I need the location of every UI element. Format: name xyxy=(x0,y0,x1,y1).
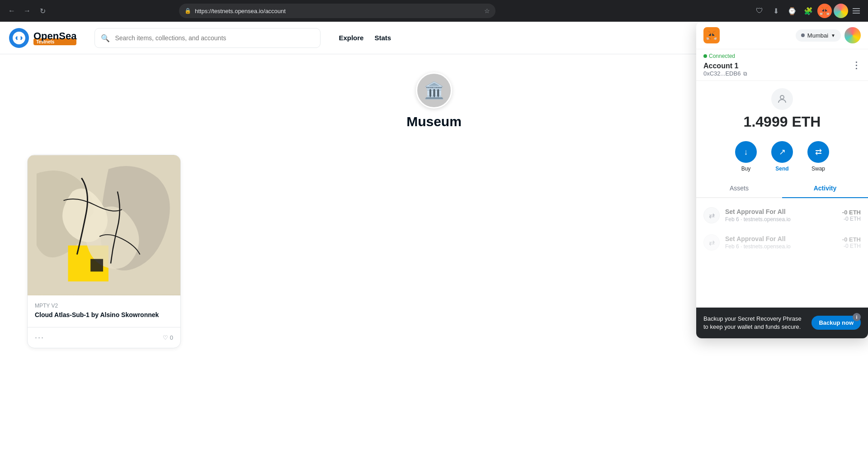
activity-amount-2: -0 ETH -0 ETH xyxy=(842,236,861,249)
activity-title-2: Set Approval For All xyxy=(725,235,837,242)
buy-action: ↓ Buy xyxy=(735,141,757,172)
browser-profile-icon[interactable] xyxy=(834,4,848,18)
metamask-popup: Mumbai ▼ Connected Account 1 0xC32...EDB… xyxy=(696,22,868,338)
chrome-menu-button[interactable] xyxy=(850,5,863,17)
account-icon-circle xyxy=(771,88,793,110)
balance-section: 1.4999 ETH xyxy=(696,81,868,137)
activity-eth-sub-2: -0 ETH xyxy=(842,243,861,249)
network-label: Mumbai xyxy=(807,32,828,39)
nav-stats[interactable]: Stats xyxy=(374,34,391,42)
popup-header: Mumbai ▼ xyxy=(696,22,868,49)
bookmark-icon[interactable]: ☆ xyxy=(484,7,490,14)
svg-rect-19 xyxy=(90,259,103,272)
nft-card-info: MPTY V2 Cloud Atlas-Sub-1 by Alsino Skow… xyxy=(28,295,180,327)
account-name: Account 1 xyxy=(703,62,738,70)
swap-button[interactable]: ⇄ xyxy=(807,141,829,163)
tab-activity[interactable]: Activity xyxy=(782,179,868,198)
opensea-nav: Explore Stats xyxy=(339,34,391,42)
browser-actions: 🛡 ⬇ ⌚ 🧩 xyxy=(752,4,863,18)
activity-details-2: Set Approval For All Feb 6 · testnets.op… xyxy=(725,235,837,250)
network-selector-button[interactable]: Mumbai ▼ xyxy=(796,29,841,42)
send-action: ↗ Send xyxy=(771,141,793,172)
nav-explore[interactable]: Explore xyxy=(339,34,363,42)
forward-button[interactable]: → xyxy=(21,5,33,17)
svg-marker-22 xyxy=(714,38,717,40)
account-info-row: Connected Account 1 0xC32...EDB6 ⧉ ⋮ xyxy=(696,49,868,81)
svg-marker-29 xyxy=(712,36,714,37)
activity-item-2[interactable]: ⇄ Set Approval For All Feb 6 · testnets.… xyxy=(696,229,868,256)
museum-name: Museum xyxy=(406,114,462,129)
popup-tabs: Assets Activity xyxy=(696,179,868,198)
activity-subtitle-2: Feb 6 · testnets.opensea.io xyxy=(725,243,837,250)
activity-icon-2: ⇄ xyxy=(703,234,720,251)
address-bar[interactable]: 🔒 https://testnets.opensea.io/account ☆ xyxy=(179,4,495,18)
history-icon[interactable]: ⌚ xyxy=(785,4,799,18)
account-details: Connected Account 1 0xC32...EDB6 ⧉ xyxy=(703,53,852,77)
connected-status: Connected xyxy=(703,53,735,59)
svg-marker-24 xyxy=(708,33,711,36)
activity-icon-1: ⇄ xyxy=(703,207,720,223)
svg-marker-1 xyxy=(820,6,824,9)
account-address: 0xC32...EDB6 ⧉ xyxy=(703,70,747,77)
back-button[interactable]: ← xyxy=(5,5,18,17)
buy-button[interactable]: ↓ xyxy=(735,141,757,163)
swap-label: Swap xyxy=(811,166,825,172)
url-text: https://testnets.opensea.io/account xyxy=(195,8,286,14)
connected-dot xyxy=(703,54,707,58)
activity-subtitle-1: Feb 6 · testnets.opensea.io xyxy=(725,216,837,223)
search-input[interactable] xyxy=(94,28,321,48)
shield-icon[interactable]: 🛡 xyxy=(752,4,767,18)
connected-label: Connected xyxy=(709,53,735,59)
chevron-down-icon: ▼ xyxy=(831,33,835,38)
metamask-fox-icon xyxy=(703,27,720,43)
opensea-logo[interactable]: OpenSea Testnets xyxy=(9,28,76,48)
opensea-page: OpenSea Testnets 🔍 Explore Stats 🏛️ Muse… xyxy=(0,22,868,455)
nft-image xyxy=(28,155,180,295)
metamask-extension-button[interactable] xyxy=(817,4,832,18)
network-status-dot xyxy=(801,33,805,37)
backup-notification: i Backup your Secret Recovery Phrase to … xyxy=(696,308,868,338)
browser-nav: ← → ↻ xyxy=(5,5,49,17)
nft-card[interactable]: MPTY V2 Cloud Atlas-Sub-1 by Alsino Skow… xyxy=(27,155,181,348)
like-count: 0 xyxy=(170,334,173,341)
opensea-logo-icon xyxy=(9,28,29,48)
balance-amount: 1.4999 ETH xyxy=(744,114,821,130)
download-icon[interactable]: ⬇ xyxy=(769,4,783,18)
svg-marker-20 xyxy=(712,30,716,33)
svg-marker-21 xyxy=(707,30,711,33)
activity-eth-1: -0 ETH xyxy=(842,209,861,216)
nft-collection: MPTY V2 xyxy=(35,303,173,309)
search-icon: 🔍 xyxy=(101,33,110,42)
activity-item-1[interactable]: ⇄ Set Approval For All Feb 6 · testnets.… xyxy=(696,202,868,229)
account-address-text: 0xC32...EDB6 xyxy=(703,70,741,77)
buy-label: Buy xyxy=(741,166,751,172)
copy-address-button[interactable]: ⧉ xyxy=(743,71,747,77)
activity-eth-2: -0 ETH xyxy=(842,236,861,243)
activity-amount-1: -0 ETH -0 ETH xyxy=(842,209,861,222)
svg-point-30 xyxy=(780,95,784,99)
activity-title-1: Set Approval For All xyxy=(725,208,837,215)
extensions-icon[interactable]: 🧩 xyxy=(801,4,816,18)
svg-marker-25 xyxy=(712,33,714,36)
reload-button[interactable]: ↻ xyxy=(36,5,49,17)
svg-marker-28 xyxy=(710,36,711,37)
swap-action: ⇄ Swap xyxy=(807,141,829,172)
nft-more-button[interactable]: ··· xyxy=(35,333,44,342)
account-avatar-icon[interactable] xyxy=(844,27,861,43)
lock-icon: 🔒 xyxy=(184,8,191,14)
backup-text: Backup your Secret Recovery Phrase to ke… xyxy=(703,315,806,331)
action-buttons: ↓ Buy ↗ Send ⇄ Swap xyxy=(696,137,868,179)
svg-marker-23 xyxy=(706,38,709,40)
heart-icon: ♡ xyxy=(163,334,168,341)
account-options-button[interactable]: ⋮ xyxy=(852,60,861,71)
opensea-search: 🔍 xyxy=(94,28,321,48)
activity-eth-sub-1: -0 ETH xyxy=(842,216,861,222)
svg-marker-0 xyxy=(825,6,829,9)
info-icon: i xyxy=(853,313,861,321)
nft-card-footer: ··· ♡ 0 xyxy=(28,327,180,348)
museum-avatar: 🏛️ xyxy=(416,72,452,109)
nft-like[interactable]: ♡ 0 xyxy=(163,334,173,341)
nft-title: Cloud Atlas-Sub-1 by Alsino Skowronnek xyxy=(35,311,173,320)
send-button[interactable]: ↗ xyxy=(771,141,793,163)
tab-assets[interactable]: Assets xyxy=(696,179,782,197)
